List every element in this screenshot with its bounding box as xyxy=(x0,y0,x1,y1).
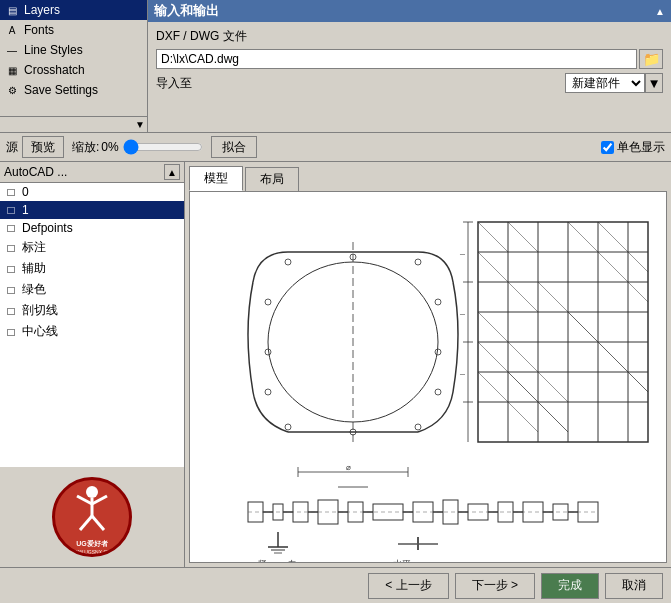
svg-line-39 xyxy=(478,222,508,252)
layer-lv-icon: □ xyxy=(4,283,18,297)
layer-item-lv[interactable]: □ 绿色 xyxy=(0,279,184,300)
import-label: 导入至 xyxy=(156,75,192,92)
sidebar-item-line-styles[interactable]: — Line Styles xyxy=(0,40,147,60)
layer-0-label: 0 xyxy=(22,185,29,199)
sidebar: ▤ Layers A Fonts — Line Styles ▦ Crossha… xyxy=(0,0,148,132)
svg-line-5 xyxy=(92,516,104,530)
svg-text:⌀: ⌀ xyxy=(346,463,351,472)
drawing-canvas: ⌀ xyxy=(189,191,667,563)
layer-1-icon: □ xyxy=(4,203,18,217)
layer-pqx-icon: □ xyxy=(4,304,18,318)
layer-lv-label: 绿色 xyxy=(22,281,46,298)
import-row: 导入至 新建部件 ▼ xyxy=(156,73,663,93)
prev-button[interactable]: < 上一步 xyxy=(368,573,448,599)
file-type-label: DXF / DWG 文件 xyxy=(156,28,247,45)
next-button[interactable]: 下一步 > xyxy=(455,573,535,599)
layer-fuzhu-label: 辅助 xyxy=(22,260,46,277)
tab-bar: 模型 布局 xyxy=(185,162,671,191)
svg-text:水平: 水平 xyxy=(393,559,411,562)
svg-point-10 xyxy=(285,259,291,265)
layer-list: □ 0 □ 1 □ Defpoints □ 标注 □ 辅助 xyxy=(0,183,184,467)
layer-item-1[interactable]: □ 1 xyxy=(0,201,184,219)
svg-line-40 xyxy=(508,222,538,252)
io-title-bar: 输入和输出 ▲ xyxy=(148,0,671,22)
layer-item-biaozu[interactable]: □ 标注 xyxy=(0,237,184,258)
file-path-row: 📁 xyxy=(156,49,663,69)
layer-biaozu-label: 标注 xyxy=(22,239,46,256)
io-section: 输入和输出 ▲ DXF / DWG 文件 📁 导入至 新建部件 xyxy=(148,0,671,132)
svg-line-45 xyxy=(478,312,568,402)
sidebar-item-save-settings[interactable]: ⚙ Save Settings xyxy=(0,80,147,100)
zoom-slider[interactable] xyxy=(123,139,203,155)
layer-panel-title: AutoCAD ... xyxy=(4,165,164,179)
single-color-label: 单色显示 xyxy=(617,139,665,156)
svg-text:─: ─ xyxy=(459,371,465,378)
left-vessel: ⌀ xyxy=(248,242,458,487)
sidebar-item-fonts[interactable]: A Fonts xyxy=(0,20,147,40)
layer-0-icon: □ xyxy=(4,185,18,199)
save-settings-icon: ⚙ xyxy=(4,82,20,98)
bottom-symbols: 竖 向 水平 xyxy=(258,532,438,562)
svg-text:─: ─ xyxy=(459,251,465,258)
import-dropdown-btn[interactable]: ▼ xyxy=(645,73,663,93)
svg-line-44 xyxy=(598,342,648,392)
sidebar-item-layers[interactable]: ▤ Layers xyxy=(0,0,147,20)
file-path-input[interactable] xyxy=(156,49,637,69)
bottom-assembly xyxy=(248,500,598,524)
sidebar-collapse-btn[interactable]: ▼ xyxy=(135,119,145,130)
io-content: DXF / DWG 文件 📁 导入至 新建部件 ▼ xyxy=(148,22,671,99)
crosshatch-icon: ▦ xyxy=(4,62,20,78)
content-area: AutoCAD ... ▲ □ 0 □ 1 □ Defpoints □ xyxy=(0,162,671,567)
io-collapse-btn[interactable]: ▲ xyxy=(655,6,665,17)
layer-zxx-icon: □ xyxy=(4,325,18,339)
single-color-option: 单色显示 xyxy=(601,139,665,156)
main-container: ▤ Layers A Fonts — Line Styles ▦ Crossha… xyxy=(0,0,671,603)
logo-svg xyxy=(62,480,122,540)
layer-panel-header: AutoCAD ... ▲ xyxy=(0,162,184,183)
layer-up-btn[interactable]: ▲ xyxy=(164,164,180,180)
fonts-icon: A xyxy=(4,22,20,38)
layer-defpoints-label: Defpoints xyxy=(22,221,73,235)
import-select[interactable]: 新建部件 xyxy=(565,73,645,93)
zoom-value: 0% xyxy=(101,140,118,154)
svg-text:竖: 竖 xyxy=(258,559,267,562)
preview-button[interactable]: 预览 xyxy=(22,136,64,158)
fit-button[interactable]: 拟合 xyxy=(211,136,257,158)
file-label-row: DXF / DWG 文件 xyxy=(156,28,663,45)
sidebar-item-crosshatch[interactable]: ▦ Crosshatch xyxy=(0,60,147,80)
svg-point-13 xyxy=(435,299,441,305)
layer-defpoints-icon: □ xyxy=(4,221,18,235)
layer-biaozu-icon: □ xyxy=(4,241,18,255)
svg-rect-27 xyxy=(478,222,648,442)
cad-drawing: ⌀ xyxy=(190,192,666,562)
layers-icon: ▤ xyxy=(4,2,20,18)
svg-line-50 xyxy=(598,222,648,272)
layer-item-fuzhu[interactable]: □ 辅助 xyxy=(0,258,184,279)
svg-line-49 xyxy=(568,222,648,302)
layer-pqx-label: 剖切线 xyxy=(22,302,58,319)
browse-button[interactable]: 📁 xyxy=(639,49,663,69)
svg-point-19 xyxy=(285,424,291,430)
line-styles-icon: — xyxy=(4,42,20,58)
layer-item-zxx[interactable]: □ 中心线 xyxy=(0,321,184,342)
tab-layout[interactable]: 布局 xyxy=(245,167,299,191)
finish-button[interactable]: 完成 xyxy=(541,573,599,599)
right-part: ─ ─ ─ xyxy=(459,222,648,442)
logo-figure xyxy=(62,480,122,545)
svg-point-16 xyxy=(265,299,271,305)
svg-text:─: ─ xyxy=(459,311,465,318)
zoom-label: 缩放: xyxy=(72,139,99,156)
layer-item-defpoints[interactable]: □ Defpoints xyxy=(0,219,184,237)
svg-point-21 xyxy=(415,424,421,430)
canvas-area: 模型 布局 xyxy=(185,162,671,567)
logo-area: UG爱好者 WWW.UGSNX.COM xyxy=(0,467,184,567)
layer-item-0[interactable]: □ 0 xyxy=(0,183,184,201)
svg-point-12 xyxy=(415,259,421,265)
layer-fuzhu-icon: □ xyxy=(4,262,18,276)
layer-zxx-label: 中心线 xyxy=(22,323,58,340)
single-color-checkbox[interactable] xyxy=(601,141,614,154)
layer-item-pqx[interactable]: □ 剖切线 xyxy=(0,300,184,321)
layer-1-label: 1 xyxy=(22,203,29,217)
tab-model[interactable]: 模型 xyxy=(189,166,243,191)
cancel-button[interactable]: 取消 xyxy=(605,573,663,599)
